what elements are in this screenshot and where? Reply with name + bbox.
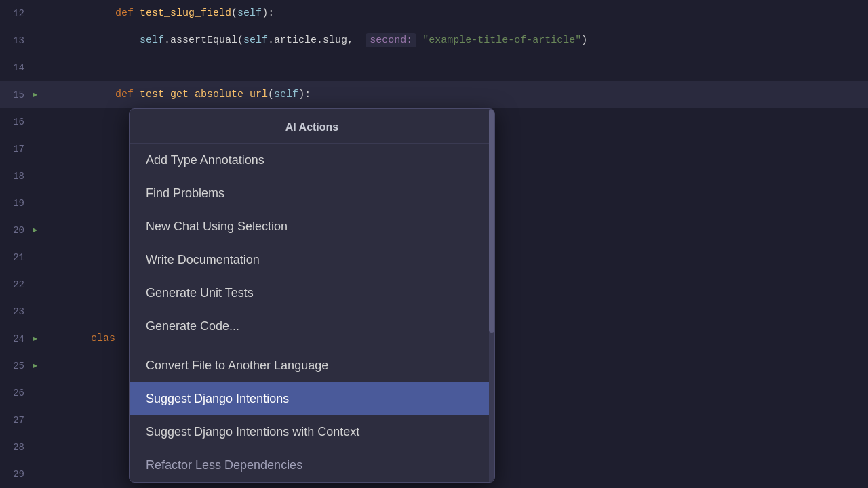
line-number: 20: [0, 217, 33, 244]
scrollbar-thumb[interactable]: [489, 109, 494, 333]
line-number: 24: [0, 325, 33, 352]
menu-item-label: Generate Unit Tests: [146, 286, 254, 300]
line-number: 22: [0, 271, 33, 298]
ai-actions-dropdown: AI Actions Add Type Annotations Find Pro…: [129, 108, 495, 483]
menu-item-add-type-annotations[interactable]: Add Type Annotations: [130, 144, 494, 177]
menu-item-label: Write Documentation: [146, 253, 260, 267]
line-number: 19: [0, 190, 33, 217]
line-number: 17: [0, 136, 33, 163]
menu-item-write-documentation[interactable]: Write Documentation: [130, 243, 494, 277]
line-number: 28: [0, 434, 33, 461]
line-number: 23: [0, 298, 33, 325]
line-number: 14: [0, 54, 33, 81]
scrollbar[interactable]: [489, 109, 494, 482]
code-line-15: 15 ▶ def test_get_absolute_url(self):: [0, 81, 868, 108]
menu-item-generate-unit-tests[interactable]: Generate Unit Tests: [130, 277, 494, 310]
menu-item-label: Suggest Django Intentions: [146, 392, 289, 406]
menu-item-label: Suggest Django Intentions with Context: [146, 425, 359, 439]
menu-item-label: Convert File to Another Language: [146, 359, 328, 373]
run-button[interactable]: ▶: [33, 325, 49, 352]
menu-item-generate-code[interactable]: Generate Code...: [130, 310, 494, 343]
code-line-13: 13 self.assertEqual(self.article.slug, s…: [0, 27, 868, 54]
run-button[interactable]: ▶: [33, 81, 49, 108]
menu-item-convert-file[interactable]: Convert File to Another Language: [130, 349, 494, 382]
line-number: 13: [0, 27, 33, 54]
menu-item-label: New Chat Using Selection: [146, 220, 288, 234]
line-number: 18: [0, 163, 33, 190]
separator: [130, 346, 494, 346]
menu-item-refactor[interactable]: Refactor Less Dependencies: [130, 449, 494, 482]
line-number: 16: [0, 108, 33, 136]
menu-item-label: Find Problems: [146, 186, 224, 201]
line-number: 15: [0, 81, 33, 108]
line-number: 21: [0, 244, 33, 271]
menu-item-find-problems[interactable]: Find Problems: [130, 177, 494, 210]
menu-item-label: Refactor Less Dependencies: [146, 458, 302, 472]
menu-item-suggest-django[interactable]: Suggest Django Intentions: [130, 382, 494, 415]
line-number: 25: [0, 352, 33, 380]
line-number: 26: [0, 380, 33, 407]
menu-item-new-chat[interactable]: New Chat Using Selection: [130, 210, 494, 243]
line-number: 12: [0, 0, 33, 27]
run-button[interactable]: ▶: [33, 217, 49, 244]
menu-item-suggest-django-context[interactable]: Suggest Django Intentions with Context: [130, 415, 494, 449]
dropdown-title: AI Actions: [130, 109, 494, 144]
line-number: 27: [0, 407, 33, 434]
menu-item-label: Add Type Annotations: [146, 153, 264, 167]
run-button[interactable]: ▶: [33, 352, 49, 380]
line-number: 29: [0, 461, 33, 488]
menu-item-label: Generate Code...: [146, 319, 239, 333]
